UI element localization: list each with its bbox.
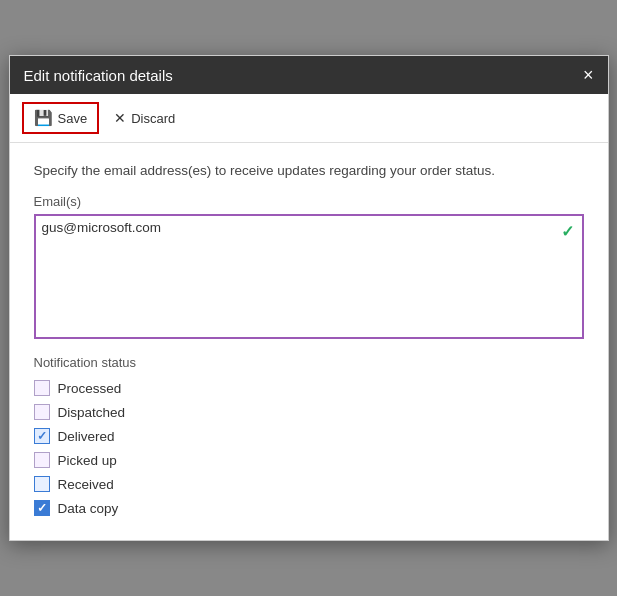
dialog-title-bar: Edit notification details ×: [10, 56, 608, 94]
email-input[interactable]: gus@microsoft.com: [42, 220, 554, 330]
list-item: Picked up: [34, 452, 584, 468]
description-text: Specify the email address(es) to receive…: [34, 163, 584, 178]
checkmark-icon: ✓: [37, 429, 47, 443]
save-label: Save: [58, 111, 88, 126]
toolbar: 💾 Save ✕ Discard: [10, 94, 608, 143]
checkbox-processed[interactable]: [34, 380, 50, 396]
notification-status-label: Notification status: [34, 355, 584, 370]
save-icon: 💾: [34, 109, 53, 127]
checkbox-dispatched[interactable]: [34, 404, 50, 420]
valid-check-icon: ✓: [561, 222, 574, 241]
discard-label: Discard: [131, 111, 175, 126]
list-item: ✓ Data copy: [34, 500, 584, 516]
dialog-body: Specify the email address(es) to receive…: [10, 143, 608, 540]
checkbox-received-label: Received: [58, 477, 114, 492]
edit-notification-dialog: Edit notification details × 💾 Save ✕ Dis…: [9, 55, 609, 541]
list-item: Received: [34, 476, 584, 492]
checkbox-dispatched-label: Dispatched: [58, 405, 126, 420]
checkbox-data-copy-label: Data copy: [58, 501, 119, 516]
checkbox-list: Processed Dispatched ✓ Delivered Picked …: [34, 380, 584, 516]
email-input-wrapper: gus@microsoft.com ✓: [34, 214, 584, 339]
close-button[interactable]: ×: [583, 66, 594, 84]
checkmark-white-icon: ✓: [37, 501, 47, 515]
list-item: ✓ Delivered: [34, 428, 584, 444]
email-field-label: Email(s): [34, 194, 584, 209]
list-item: Processed: [34, 380, 584, 396]
checkbox-data-copy[interactable]: ✓: [34, 500, 50, 516]
checkbox-processed-label: Processed: [58, 381, 122, 396]
checkbox-received[interactable]: [34, 476, 50, 492]
list-item: Dispatched: [34, 404, 584, 420]
discard-button[interactable]: ✕ Discard: [103, 104, 186, 132]
dialog-title: Edit notification details: [24, 67, 173, 84]
checkbox-picked-up[interactable]: [34, 452, 50, 468]
checkbox-delivered-label: Delivered: [58, 429, 115, 444]
checkbox-delivered[interactable]: ✓: [34, 428, 50, 444]
discard-icon: ✕: [114, 110, 126, 126]
save-button[interactable]: 💾 Save: [22, 102, 100, 134]
checkbox-picked-up-label: Picked up: [58, 453, 117, 468]
